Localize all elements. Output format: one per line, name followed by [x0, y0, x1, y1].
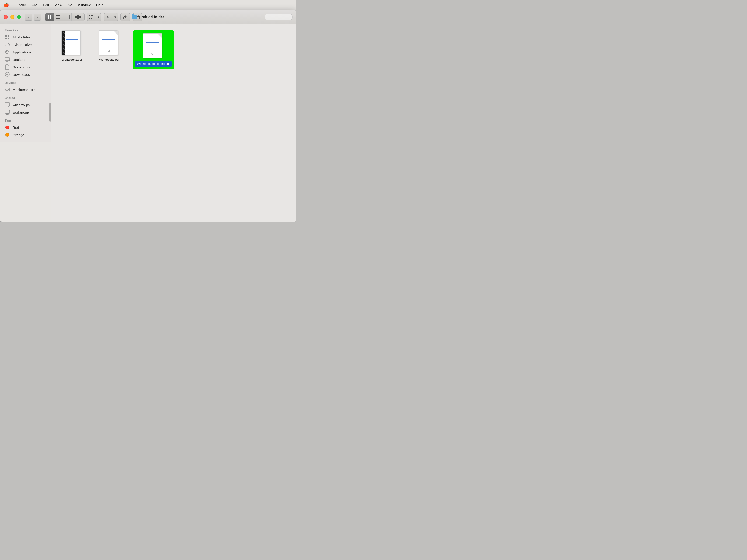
arrange-button[interactable] [87, 13, 96, 21]
nav-buttons: ‹ › [25, 14, 41, 21]
gear-button[interactable]: ⚙ [104, 13, 113, 21]
view-column-button[interactable] [63, 13, 72, 21]
workbook2-filename: Workbook2.pdf [99, 58, 119, 62]
svg-rect-4 [56, 16, 60, 16]
favorites-section-title: Favorites [0, 28, 51, 33]
icloud-drive-icon [5, 42, 10, 47]
applications-icon [5, 50, 10, 55]
sidebar: Favorites All My Files [0, 24, 51, 142]
view-list-button[interactable] [54, 13, 63, 21]
share-button[interactable] [121, 13, 130, 21]
svg-rect-8 [67, 15, 70, 19]
maximize-button[interactable] [17, 15, 21, 19]
search-box[interactable] [265, 14, 293, 20]
sidebar-scrollbar-thumb[interactable] [50, 103, 51, 122]
sidebar-label-workgroup: workgroup [12, 110, 29, 114]
svg-rect-18 [92, 17, 93, 18]
svg-rect-15 [92, 15, 93, 16]
sidebar-label-tag-red: Red [12, 126, 19, 130]
group-button-group: ▾ [87, 13, 101, 21]
svg-rect-25 [8, 37, 9, 39]
tag-red-icon [5, 125, 10, 130]
sidebar-item-tag-red[interactable]: Red [0, 124, 51, 131]
tag-orange-icon [5, 132, 10, 137]
svg-rect-23 [8, 35, 9, 37]
shared-section-title: Shared [0, 95, 51, 101]
gear-arrow[interactable]: ▾ [113, 13, 118, 21]
window-title: untitled folder [132, 15, 164, 19]
sidebar-item-wikihow-pc[interactable]: wikihow-pc [0, 101, 51, 108]
sidebar-item-desktop[interactable]: Desktop [0, 56, 51, 63]
svg-rect-1 [50, 15, 51, 17]
file-item-workbook2[interactable]: PDF Workbook2.pdf [95, 30, 123, 62]
svg-point-29 [9, 89, 9, 90]
menubar-view[interactable]: View [55, 3, 62, 7]
file-item-workbook-combined[interactable]: PDF Workbook combined.pdf [133, 30, 174, 69]
svg-rect-11 [77, 15, 79, 19]
svg-rect-13 [89, 15, 91, 16]
sidebar-item-downloads[interactable]: Downloads [0, 71, 51, 78]
sidebar-item-icloud-drive[interactable]: iCloud Drive [0, 41, 51, 48]
menubar-go[interactable]: Go [68, 3, 72, 7]
view-icon-button[interactable] [45, 13, 54, 21]
minimize-button[interactable] [10, 15, 15, 19]
sidebar-label-tag-orange: Orange [12, 133, 24, 137]
downloads-icon [5, 72, 10, 77]
folder-icon [132, 15, 137, 19]
back-button[interactable]: ‹ [25, 14, 32, 21]
sidebar-item-tag-orange[interactable]: Orange [0, 131, 51, 139]
sidebar-label-desktop: Desktop [12, 58, 25, 61]
sidebar-label-documents: Documents [12, 65, 30, 69]
svg-rect-3 [50, 18, 51, 19]
action-button-group: ⚙ ▾ [104, 13, 118, 21]
menubar-edit[interactable]: Edit [43, 3, 49, 7]
svg-rect-2 [48, 18, 49, 19]
menubar: 🍎 Finder File Edit View Go Window Help [0, 0, 297, 10]
forward-button[interactable]: › [34, 14, 41, 21]
menubar-finder[interactable]: Finder [16, 3, 26, 7]
svg-rect-16 [89, 17, 91, 18]
menubar-file[interactable]: File [32, 3, 37, 7]
view-cover-button[interactable] [72, 13, 84, 21]
sidebar-label-applications: Applications [12, 50, 31, 54]
svg-rect-30 [6, 89, 8, 90]
workbook2-icon: PDF [99, 30, 120, 56]
close-button[interactable] [4, 15, 8, 19]
svg-rect-33 [5, 110, 9, 113]
svg-rect-6 [56, 18, 60, 19]
sidebar-label-all-my-files: All My Files [12, 35, 31, 39]
svg-rect-20 [91, 18, 92, 19]
svg-rect-26 [5, 58, 9, 61]
desktop-icon [5, 57, 10, 62]
sidebar-item-macintosh-hd[interactable]: Macintosh HD [0, 86, 51, 93]
devices-section-title: Devices [0, 80, 51, 86]
documents-icon [5, 64, 10, 70]
menubar-window[interactable]: Window [78, 3, 91, 7]
svg-rect-22 [5, 35, 7, 37]
workbook1-icon [61, 30, 82, 56]
wikihow-pc-icon [5, 102, 10, 107]
sidebar-label-macintosh-hd: Macintosh HD [12, 88, 34, 92]
svg-rect-14 [91, 15, 92, 16]
svg-rect-24 [5, 37, 7, 39]
sidebar-item-all-my-files[interactable]: All My Files [0, 33, 51, 41]
workbook-combined-icon: PDF [143, 33, 164, 59]
all-my-files-icon [5, 34, 10, 40]
sidebar-item-documents[interactable]: Documents [0, 63, 51, 71]
svg-rect-5 [56, 17, 60, 17]
file-item-workbook1[interactable]: Workbook1.pdf [58, 30, 86, 62]
arrange-arrow[interactable]: ▾ [96, 13, 101, 21]
apple-menu[interactable]: 🍎 [4, 3, 9, 8]
menubar-help[interactable]: Help [96, 3, 103, 7]
file-area: Workbook1.pdf PDF Workbook2.pdf [51, 24, 297, 222]
svg-rect-12 [79, 16, 81, 19]
sidebar-label-wikihow-pc: wikihow-pc [12, 103, 30, 107]
finder-window: ‹ › [0, 10, 297, 222]
sidebar-item-applications[interactable]: Applications [0, 48, 51, 56]
sidebar-item-workgroup[interactable]: workgroup [0, 108, 51, 116]
tags-section-title: Tags [0, 118, 51, 124]
workbook-combined-filename: Workbook combined.pdf [137, 62, 170, 65]
sidebar-wrapper: Favorites All My Files [0, 24, 51, 222]
workbook1-filename: Workbook1.pdf [61, 58, 82, 62]
svg-rect-7 [65, 15, 67, 19]
